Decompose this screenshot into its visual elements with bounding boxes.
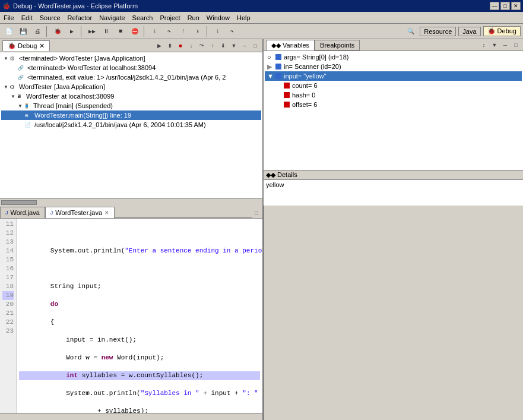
debug-drop-frame-icon[interactable]: ⬇ bbox=[218, 41, 228, 50]
menu-source[interactable]: Source bbox=[36, 13, 64, 23]
vars-min-icon[interactable]: ─ bbox=[500, 40, 510, 50]
toolbar-save-btn[interactable]: 💾 bbox=[17, 26, 30, 37]
debug-min-icon[interactable]: ─ bbox=[240, 41, 249, 50]
toolbar-sep-4 bbox=[207, 26, 209, 37]
tree-item-thread[interactable]: ▼ 🧵 Thread [main] (Suspended) bbox=[1, 101, 261, 110]
tree-item-localhost[interactable]: ▼ 🖥 WordTester at localhost:38099 bbox=[1, 91, 261, 101]
toolbar-print-btn[interactable]: 🖨 bbox=[31, 26, 44, 37]
code-max-icon[interactable]: □ bbox=[252, 209, 261, 218]
menu-help[interactable]: Help bbox=[233, 13, 254, 23]
toolbar-debug-btn[interactable]: 🐞 bbox=[51, 26, 64, 37]
var-icon-offset bbox=[284, 102, 290, 108]
main-toolbar: 📄 💾 🖨 🐞 ▶ ▶▶ ⏸ ■ ⛔ ↓ ↷ ↑ ⬇ ↓ ↷ 🔍 Resourc… bbox=[0, 24, 523, 39]
var-in[interactable]: ▶ in= Scanner (id=20) bbox=[265, 62, 522, 71]
tree-item-wordtester[interactable]: ▼ ⚙ WordTester [Java Application] bbox=[1, 82, 261, 91]
tree-text-5: WordTester at localhost:38099 bbox=[26, 93, 114, 100]
tree-arrow-6: ▼ bbox=[18, 103, 24, 109]
tree-item-terminated-1[interactable]: ▼ ⚙ <terminated> WordTester [Java Applic… bbox=[1, 53, 261, 63]
vars-list: ○ args= String[0] (id=18) ▶ in= Scanner … bbox=[264, 51, 523, 170]
right-bottom-empty bbox=[264, 206, 523, 420]
debug-menu-icon[interactable]: ▼ bbox=[229, 41, 239, 50]
maximize-button[interactable]: □ bbox=[500, 2, 510, 10]
debug-step-into-icon[interactable]: ↓ bbox=[186, 41, 196, 50]
menu-window[interactable]: Window bbox=[203, 13, 233, 23]
tree-icon-2: 🔗 bbox=[18, 65, 26, 71]
var-arrow-input: ▼ bbox=[267, 72, 275, 80]
debug-terminate-icon[interactable]: ■ bbox=[176, 41, 185, 50]
perspective-resource[interactable]: Resource bbox=[420, 27, 456, 36]
details-content: yellow bbox=[264, 180, 523, 206]
var-offset[interactable]: offset= 6 bbox=[265, 100, 522, 109]
breakpoints-tab[interactable]: Breakpoints bbox=[315, 40, 360, 50]
code-hscroll[interactable] bbox=[0, 413, 262, 420]
minimize-button[interactable]: — bbox=[490, 2, 499, 10]
tree-item-terminated-2[interactable]: 🔗 <terminated> WordTester at localhost:3… bbox=[1, 63, 261, 72]
debug-resume-icon[interactable]: ▶ bbox=[154, 41, 164, 50]
var-args[interactable]: ○ args= String[0] (id=18) bbox=[265, 52, 522, 62]
line-num-13: 13 bbox=[2, 238, 14, 247]
debug-panel-icons: ▶ ⏸ ■ ↓ ↷ ↑ ⬇ ▼ ─ □ bbox=[154, 41, 260, 50]
tree-item-jvm[interactable]: 📄 /usr/local/j2sdk1.4.2_01/bin/java (Apr… bbox=[1, 120, 261, 130]
tree-arrow-5: ▼ bbox=[11, 94, 17, 99]
var-hash[interactable]: hash= 0 bbox=[265, 90, 522, 100]
tree-item-terminated-3[interactable]: 🔗 <terminated, exit value: 1> /usr/local… bbox=[1, 72, 261, 82]
menu-file[interactable]: File bbox=[0, 13, 18, 23]
toolbar-resume-btn[interactable]: ▶▶ bbox=[85, 26, 99, 37]
word-java-tab-icon: J bbox=[5, 210, 8, 216]
var-count[interactable]: count= 6 bbox=[265, 81, 522, 90]
toolbar-terminate-btn[interactable]: ■ bbox=[114, 26, 127, 37]
menu-project[interactable]: Project bbox=[156, 13, 183, 23]
toolbar-step-return-btn[interactable]: ↑ bbox=[177, 26, 190, 37]
code-line-20: System.out.println("Syllables in " + inp… bbox=[19, 389, 260, 398]
menu-navigate[interactable]: Navigate bbox=[96, 13, 128, 23]
details-value: yellow bbox=[266, 181, 284, 188]
tree-icon-4: ⚙ bbox=[9, 84, 18, 90]
menu-edit[interactable]: Edit bbox=[18, 13, 36, 23]
menu-refactor[interactable]: Refactor bbox=[64, 13, 96, 23]
close-button[interactable]: ✕ bbox=[511, 2, 521, 10]
toolbar-new-btn[interactable]: 📄 bbox=[2, 26, 15, 37]
toolbar-step-over-btn[interactable]: ↷ bbox=[163, 26, 176, 37]
var-input[interactable]: ▼ input= "yellow" bbox=[265, 71, 522, 81]
debug-suspend-icon[interactable]: ⏸ bbox=[165, 41, 175, 50]
debug-step-return-icon[interactable]: ↑ bbox=[208, 41, 217, 50]
wordtester-tab-close[interactable]: ✕ bbox=[104, 210, 109, 216]
toolbar-drop-to-frame-btn[interactable]: ⬇ bbox=[191, 26, 204, 37]
toolbar-disconnect-btn[interactable]: ⛔ bbox=[128, 26, 141, 37]
debug-hscroll[interactable] bbox=[0, 198, 262, 206]
toolbar-suspend-btn[interactable]: ⏸ bbox=[100, 26, 113, 37]
perspective-java[interactable]: Java bbox=[458, 27, 480, 36]
toolbar-step-into-btn[interactable]: ↓ bbox=[148, 26, 161, 37]
line-num-11: 11 bbox=[2, 220, 14, 229]
debug-max-icon[interactable]: □ bbox=[251, 41, 260, 50]
tree-item-main-method[interactable]: ≡ WordTester.main(String[]) line: 19 bbox=[1, 110, 261, 120]
wordtester-java-tab[interactable]: J WordTester.java ✕ bbox=[45, 207, 115, 218]
line-num-15: 15 bbox=[2, 255, 14, 264]
details-label: ◆◆ Details bbox=[266, 171, 297, 179]
variables-tab[interactable]: ◆◆ Variables bbox=[266, 40, 315, 50]
top-panels: 🐞 Debug ✕ ▶ ⏸ ■ ↓ ↷ ↑ ⬇ ▼ ─ □ ▼ ⚙ <termi… bbox=[0, 39, 523, 206]
word-java-tab[interactable]: J Word.java bbox=[0, 207, 45, 218]
wordtester-tab-label: WordTester.java bbox=[55, 209, 102, 216]
menu-run[interactable]: Run bbox=[184, 13, 203, 23]
vars-subpanel: ○ args= String[0] (id=18) ▶ in= Scanner … bbox=[264, 51, 523, 206]
toolbar-run-btn[interactable]: ▶ bbox=[65, 26, 78, 37]
code-content[interactable]: System.out.println("Enter a sentence end… bbox=[17, 219, 262, 413]
debug-tab[interactable]: 🐞 Debug ✕ bbox=[2, 40, 50, 51]
perspective-debug[interactable]: 🐞 Debug bbox=[483, 26, 521, 36]
toolbar-instr-step-into-btn[interactable]: ↓ bbox=[211, 26, 224, 37]
variables-panel: ◆◆ Variables Breakpoints ↕ ▼ ─ □ ○ args=… bbox=[264, 39, 523, 206]
vars-max-icon[interactable]: □ bbox=[511, 40, 521, 50]
toolbar-search-btn[interactable]: 🔍 bbox=[404, 26, 417, 37]
debug-step-over-icon[interactable]: ↷ bbox=[197, 41, 207, 50]
toolbar-instr-step-over-btn[interactable]: ↷ bbox=[226, 26, 239, 37]
tree-text-6: Thread [main] (Suspended) bbox=[33, 102, 113, 109]
vars-tab-icon: ◆◆ bbox=[271, 42, 281, 49]
vars-menu-icon[interactable]: ▼ bbox=[490, 40, 499, 50]
menu-search[interactable]: Search bbox=[129, 13, 157, 23]
title-bar-controls: — □ ✕ bbox=[490, 2, 521, 10]
var-text-in: in= Scanner (id=20) bbox=[284, 63, 341, 70]
vars-collapse-icon[interactable]: ↕ bbox=[479, 40, 489, 50]
tree-icon-5: 🖥 bbox=[17, 94, 25, 99]
code-line-18: Word w = new Word(input); bbox=[19, 353, 260, 362]
